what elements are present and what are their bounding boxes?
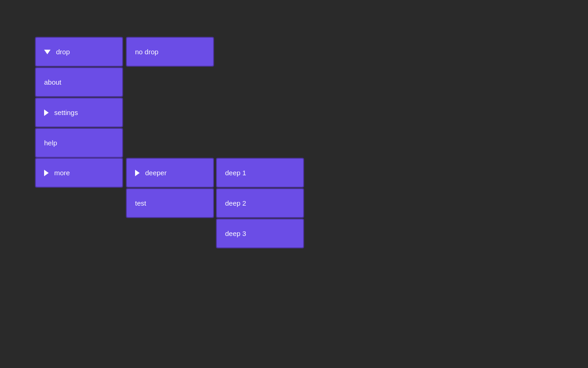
menu-item-deep3-label: deep 3 — [225, 230, 246, 237]
arrow-right-icon-more — [44, 170, 49, 176]
menu-item-about-label: about — [44, 78, 62, 86]
menu-item-no-drop-label: no drop — [135, 48, 158, 56]
menu-item-drop-label: drop — [56, 48, 70, 56]
menu-item-help-label: help — [44, 139, 57, 147]
menu-item-test-label: test — [135, 199, 146, 207]
menu-item-deep1[interactable]: deep 1 — [216, 158, 304, 188]
menu-item-deep2-label: deep 2 — [225, 199, 246, 207]
menu-item-deep1-label: deep 1 — [225, 169, 246, 177]
menu-item-deeper[interactable]: deeper — [126, 158, 214, 188]
menu-item-settings-label: settings — [54, 109, 78, 116]
menu-item-no-drop[interactable]: no drop — [126, 37, 214, 67]
menu-item-more-label: more — [54, 169, 70, 177]
arrow-right-icon-deeper — [135, 170, 140, 176]
menu-item-deeper-label: deeper — [145, 169, 167, 177]
menu-item-about[interactable]: about — [35, 67, 123, 97]
menu-item-help[interactable]: help — [35, 128, 123, 158]
menu-item-settings[interactable]: settings — [35, 98, 123, 127]
arrow-down-icon — [44, 50, 51, 54]
arrow-right-icon-settings — [44, 109, 49, 116]
menu-item-deep2[interactable]: deep 2 — [216, 188, 304, 218]
menu-item-drop[interactable]: drop — [35, 37, 123, 67]
menu-item-more[interactable]: more — [35, 158, 123, 188]
menu-item-deep3[interactable]: deep 3 — [216, 218, 304, 248]
menu-item-test[interactable]: test — [126, 188, 214, 218]
